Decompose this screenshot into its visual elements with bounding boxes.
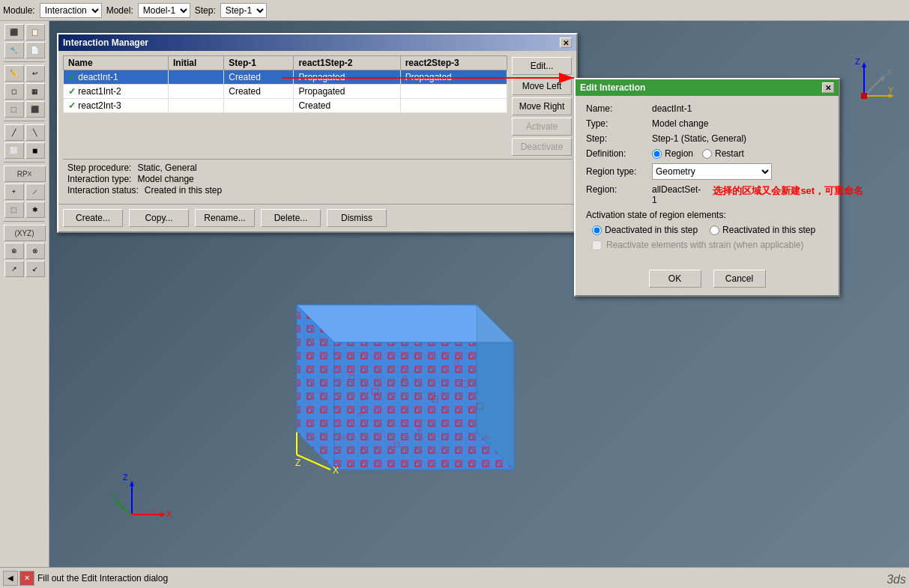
rename-button[interactable]: Rename...: [195, 209, 255, 227]
definition-region-radio[interactable]: [652, 149, 662, 159]
left-sidebar: ⬛ 📋 🔧 📄 ✏️ ↩ ◻ ▦ ⬚ ⬛ ╱ ╲ ⬜ ◼ RPX + ⟋ ⬚ ✱…: [0, 21, 49, 567]
table-row[interactable]: ✓ deactInt-1 Created Propagated Propagat…: [64, 70, 507, 85]
type-row: Type: Model change: [586, 118, 828, 129]
strain-checkbox[interactable]: [592, 240, 602, 250]
create-button[interactable]: Create...: [63, 209, 123, 227]
model-select[interactable]: Model-1: [138, 3, 190, 18]
definition-restart-option[interactable]: Restart: [702, 148, 744, 159]
sidebar-icon-16[interactable]: ⟋: [25, 184, 45, 200]
svg-text:□: □: [432, 392, 438, 404]
move-right-button[interactable]: Move Right: [512, 97, 572, 115]
module-select[interactable]: Interaction: [40, 3, 102, 18]
svg-text:□: □: [477, 400, 483, 412]
row2-check: ✓ react1Int-2: [64, 85, 169, 99]
type-label: Type:: [586, 118, 646, 129]
rp-button[interactable]: RPX: [4, 166, 46, 182]
definition-label: Definition:: [586, 148, 646, 159]
row1-react2: Propagated: [400, 70, 507, 85]
copy-button[interactable]: Copy...: [129, 209, 189, 227]
sidebar-icon-6[interactable]: ↩: [25, 65, 45, 82]
interaction-type-label: Interaction type:: [67, 174, 131, 184]
definition-region-option[interactable]: Region: [652, 148, 693, 159]
sidebar-icon-7[interactable]: ◻: [4, 83, 24, 100]
sidebar-divider-4: [4, 221, 45, 222]
sidebar-icon-3[interactable]: 🔧: [4, 42, 24, 58]
interaction-type-value: Model change: [137, 174, 193, 184]
sidebar-icon-5[interactable]: ✏️: [4, 65, 24, 82]
xyz-button[interactable]: (XYZ): [4, 225, 46, 241]
sidebar-icon-22[interactable]: ↙: [25, 261, 45, 277]
sidebar-icon-20[interactable]: ⊗: [25, 243, 45, 259]
table-action-buttons: Edit... Move Left Move Right Activate De…: [512, 55, 572, 156]
deactivated-radio[interactable]: [592, 225, 602, 235]
svg-text:X: X: [333, 465, 339, 476]
ok-button[interactable]: OK: [649, 270, 701, 288]
sidebar-icon-10[interactable]: ⬛: [25, 101, 45, 118]
sidebar-icon-11[interactable]: ╱: [4, 124, 24, 141]
interaction-table: Name Initial Step-1 react1Step-2 react2S…: [63, 55, 507, 113]
sidebar-icon-1[interactable]: ⬛: [4, 24, 24, 40]
definition-row: Definition: Region Restart: [586, 148, 828, 159]
row3-initial: [169, 99, 224, 113]
edit-button[interactable]: Edit...: [512, 57, 572, 75]
table-row[interactable]: ✓ react1Int-2 Created Propagated: [64, 85, 507, 99]
step-row: Step: Step-1 (Static, General): [586, 133, 828, 144]
sidebar-divider-3: [4, 162, 45, 163]
definition-restart-radio[interactable]: [702, 149, 712, 159]
top-toolbar: Module: Interaction Model: Model-1 Step:…: [0, 0, 909, 21]
dismiss-button[interactable]: Dismiss: [327, 209, 387, 227]
step-procedure-value: Static, General: [137, 163, 196, 173]
row1-initial: [169, 70, 224, 85]
edit-step-label: Step:: [586, 133, 646, 144]
svg-text:Y: Y: [888, 85, 894, 94]
sidebar-icon-8[interactable]: ▦: [25, 83, 45, 100]
cancel-button[interactable]: Cancel: [713, 270, 766, 288]
sidebar-icon-14[interactable]: ◼: [25, 142, 45, 159]
activate-button[interactable]: Activate: [512, 118, 572, 136]
row2-step1: Created: [224, 85, 294, 99]
svg-text:□: □: [394, 439, 399, 449]
edit-interaction-dialog: Edit Interaction ✕ Name: deactInt-1 Type…: [574, 78, 840, 297]
deactivated-option[interactable]: Deactivated in this step: [592, 225, 698, 235]
sidebar-icon-21[interactable]: ↗: [4, 261, 24, 277]
svg-text:Y: Y: [112, 492, 118, 501]
svg-text:Z: Z: [855, 58, 860, 66]
deactivated-label: Deactivated in this step: [605, 225, 698, 235]
region-label: Region:: [586, 184, 646, 195]
svg-text:○: ○: [402, 372, 407, 382]
sidebar-icon-18[interactable]: ✱: [25, 201, 45, 218]
sidebar-icon-17[interactable]: ⬚: [4, 201, 24, 218]
sidebar-icon-4[interactable]: 📄: [25, 42, 45, 58]
svg-text:□: □: [349, 372, 354, 382]
sidebar-divider-2: [4, 121, 45, 121]
reactivated-option[interactable]: Reactivated in this step: [710, 225, 815, 235]
step-select[interactable]: Step-1: [220, 3, 267, 18]
edit-interaction-close[interactable]: ✕: [822, 82, 834, 93]
sidebar-icon-9[interactable]: ⬚: [4, 101, 24, 118]
bottom-statusbar: ◀ ✕ Fill out the Edit Interaction dialog…: [0, 567, 909, 588]
region-value: allDeactSet-1: [652, 184, 701, 205]
sidebar-icon-2[interactable]: 📋: [25, 24, 45, 40]
reactivated-radio[interactable]: [710, 225, 719, 235]
step-procedure-label: Step procedure:: [67, 163, 131, 173]
activation-label: Activation state of region elements:: [586, 210, 828, 220]
table-row[interactable]: ✓ react2Int-3 Created: [64, 99, 507, 113]
svg-text:□: □: [462, 378, 468, 390]
col-step1: Step-1: [224, 56, 294, 70]
deactivate-button[interactable]: Deactivate: [512, 138, 572, 156]
statusbar-icon-2[interactable]: ✕: [19, 571, 34, 586]
sidebar-icon-13[interactable]: ⬜: [4, 142, 24, 159]
sidebar-icon-19[interactable]: ⊕: [4, 243, 24, 259]
svg-text:X: X: [887, 67, 893, 76]
edit-step-value: Step-1 (Static, General): [652, 133, 746, 144]
sidebar-icon-15[interactable]: +: [4, 184, 24, 200]
statusbar-icon-1[interactable]: ◀: [3, 571, 18, 586]
interaction-manager-close[interactable]: ✕: [560, 37, 572, 48]
move-left-button[interactable]: Move Left: [512, 77, 572, 95]
row2-react1: Propagated: [294, 85, 400, 99]
name-row: Name: deactInt-1: [586, 103, 828, 114]
sidebar-icon-12[interactable]: ╲: [25, 124, 45, 141]
name-value: deactInt-1: [652, 103, 692, 114]
delete-button[interactable]: Delete...: [261, 209, 321, 227]
region-type-select[interactable]: Geometry Node set Element set: [652, 163, 772, 180]
